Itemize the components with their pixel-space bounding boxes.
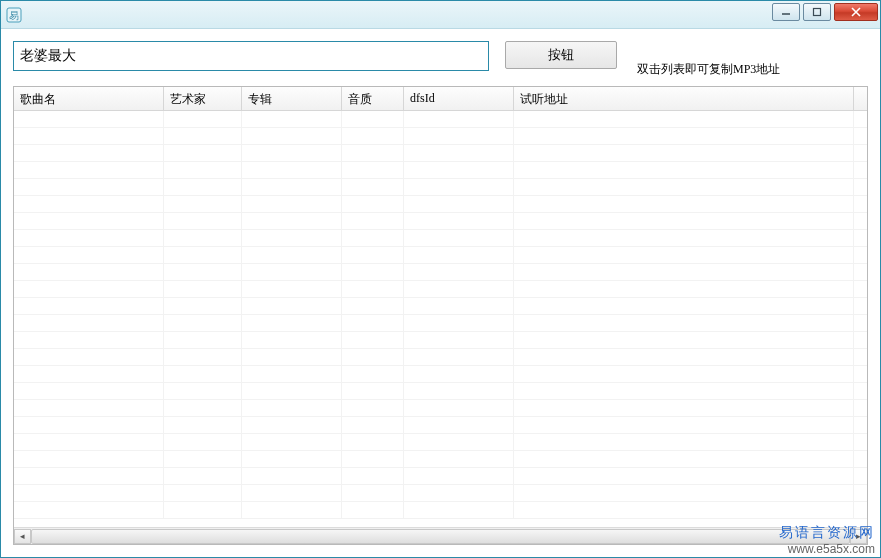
table-cell xyxy=(514,468,854,484)
table-cell xyxy=(404,179,514,195)
table-cell xyxy=(342,298,404,314)
search-button[interactable]: 按钮 xyxy=(505,41,617,69)
table-cell xyxy=(242,179,342,195)
table-cell xyxy=(14,485,164,501)
table-row[interactable] xyxy=(14,417,867,434)
table-row[interactable] xyxy=(14,502,867,519)
table-cell xyxy=(342,145,404,161)
table-cell xyxy=(14,247,164,263)
table-cell xyxy=(164,451,242,467)
table-cell xyxy=(164,468,242,484)
table-row[interactable] xyxy=(14,332,867,349)
table-cell xyxy=(514,502,854,518)
table-cell xyxy=(242,247,342,263)
scroll-thumb[interactable] xyxy=(31,529,850,544)
table-row[interactable] xyxy=(14,247,867,264)
svg-text:易: 易 xyxy=(9,10,19,21)
table-cell xyxy=(514,162,854,178)
horizontal-scrollbar[interactable]: ◂ ▸ xyxy=(14,527,867,544)
table-row[interactable] xyxy=(14,213,867,230)
table-row[interactable] xyxy=(14,196,867,213)
table-cell xyxy=(14,111,164,127)
table-cell xyxy=(164,179,242,195)
table-cell xyxy=(14,179,164,195)
table-cell xyxy=(342,179,404,195)
table-cell xyxy=(514,128,854,144)
table-cell xyxy=(514,247,854,263)
table-row[interactable] xyxy=(14,162,867,179)
minimize-button[interactable] xyxy=(772,3,800,21)
table-cell xyxy=(14,213,164,229)
table-cell xyxy=(164,128,242,144)
table-cell xyxy=(404,485,514,501)
table-row[interactable] xyxy=(14,485,867,502)
table-row[interactable] xyxy=(14,349,867,366)
table-row[interactable] xyxy=(14,264,867,281)
table-cell xyxy=(242,145,342,161)
table-cell xyxy=(404,281,514,297)
table-row[interactable] xyxy=(14,230,867,247)
table-row[interactable] xyxy=(14,451,867,468)
close-button[interactable] xyxy=(834,3,878,21)
table-body[interactable] xyxy=(14,111,867,527)
table-cell xyxy=(14,468,164,484)
table-cell xyxy=(242,417,342,433)
table-cell xyxy=(14,145,164,161)
table-row[interactable] xyxy=(14,468,867,485)
table-cell xyxy=(242,196,342,212)
table-cell xyxy=(14,400,164,416)
table-cell xyxy=(404,111,514,127)
scroll-track[interactable] xyxy=(31,529,850,544)
column-header[interactable]: 歌曲名 xyxy=(14,87,164,110)
table-row[interactable] xyxy=(14,366,867,383)
app-window: 易 按钮 双击列表即可复制MP3地址 歌曲名艺术家专辑音质dfsId试听地址 xyxy=(0,0,881,558)
search-input[interactable] xyxy=(13,41,489,71)
table-cell xyxy=(14,502,164,518)
table-cell xyxy=(14,196,164,212)
table-row[interactable] xyxy=(14,315,867,332)
table-cell xyxy=(514,451,854,467)
table-row[interactable] xyxy=(14,145,867,162)
table-row[interactable] xyxy=(14,179,867,196)
table-cell xyxy=(14,162,164,178)
column-header[interactable]: 专辑 xyxy=(242,87,342,110)
results-table[interactable]: 歌曲名艺术家专辑音质dfsId试听地址 ◂ ▸ xyxy=(13,86,868,545)
table-cell xyxy=(14,383,164,399)
window-controls xyxy=(772,3,878,21)
table-cell xyxy=(404,264,514,280)
column-header[interactable]: dfsId xyxy=(404,87,514,110)
table-row[interactable] xyxy=(14,400,867,417)
table-cell xyxy=(404,417,514,433)
table-cell xyxy=(342,417,404,433)
table-cell xyxy=(14,230,164,246)
table-cell xyxy=(404,332,514,348)
table-cell xyxy=(404,468,514,484)
table-cell xyxy=(242,434,342,450)
table-cell xyxy=(342,349,404,365)
table-cell xyxy=(164,349,242,365)
table-cell xyxy=(514,264,854,280)
table-cell xyxy=(164,485,242,501)
column-header[interactable]: 试听地址 xyxy=(514,87,854,110)
table-cell xyxy=(242,213,342,229)
table-row[interactable] xyxy=(14,383,867,400)
scroll-left-arrow[interactable]: ◂ xyxy=(14,529,31,544)
maximize-button[interactable] xyxy=(803,3,831,21)
table-cell xyxy=(342,383,404,399)
table-cell xyxy=(514,315,854,331)
table-row[interactable] xyxy=(14,281,867,298)
table-cell xyxy=(342,400,404,416)
table-cell xyxy=(514,145,854,161)
table-cell xyxy=(242,400,342,416)
column-header[interactable]: 音质 xyxy=(342,87,404,110)
table-row[interactable] xyxy=(14,128,867,145)
scroll-right-arrow[interactable]: ▸ xyxy=(850,529,867,544)
table-cell xyxy=(514,400,854,416)
table-row[interactable] xyxy=(14,298,867,315)
table-row[interactable] xyxy=(14,434,867,451)
table-cell xyxy=(164,196,242,212)
column-header[interactable]: 艺术家 xyxy=(164,87,242,110)
table-cell xyxy=(242,485,342,501)
titlebar[interactable]: 易 xyxy=(1,1,880,29)
table-row[interactable] xyxy=(14,111,867,128)
